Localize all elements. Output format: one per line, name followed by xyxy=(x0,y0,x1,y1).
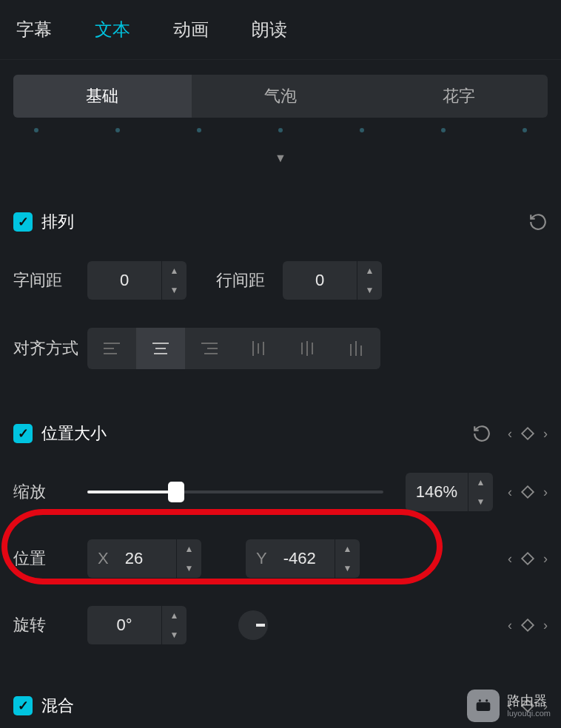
rotation-down-icon[interactable]: ▼ xyxy=(162,625,187,644)
section-position-size: ✓ 位置大小 ‹ › 缩放 146% ▲ ▼ xyxy=(0,422,561,644)
arrange-title: 排列 xyxy=(41,211,74,233)
tab-animation[interactable]: 动画 xyxy=(173,18,209,41)
rotation-value[interactable]: 0° xyxy=(87,606,161,644)
tab-read-aloud[interactable]: 朗读 xyxy=(252,18,287,41)
scale-keyframe-icon[interactable] xyxy=(520,484,536,500)
align-left-button[interactable] xyxy=(87,328,136,369)
align-vertical-center-button[interactable] xyxy=(283,328,332,369)
position-size-prev-keyframe-icon[interactable]: ‹ xyxy=(508,426,512,442)
line-spacing-label: 行间距 xyxy=(216,269,283,291)
scale-slider[interactable] xyxy=(87,491,383,493)
watermark-sub: luyouqi.com xyxy=(507,709,551,718)
position-y-prefix: Y xyxy=(256,549,267,568)
sub-tab-flower[interactable]: 花字 xyxy=(369,75,548,118)
sub-tab-basic[interactable]: 基础 xyxy=(13,75,192,118)
position-y-up-icon[interactable]: ▲ xyxy=(335,539,360,559)
position-next-keyframe-icon[interactable]: › xyxy=(543,551,548,567)
svg-point-24 xyxy=(479,699,481,701)
sub-tabs: 基础 气泡 花字 xyxy=(13,75,548,118)
position-x-up-icon[interactable]: ▲ xyxy=(177,539,201,559)
watermark-icon xyxy=(467,690,500,722)
scale-down-icon[interactable]: ▼ xyxy=(468,492,493,511)
letter-spacing-down-icon[interactable]: ▼ xyxy=(162,280,187,300)
letter-spacing-value[interactable]: 0 xyxy=(87,261,161,300)
scale-slider-thumb[interactable] xyxy=(168,482,184,502)
line-spacing-input[interactable]: 0 ▲ ▼ xyxy=(283,261,382,300)
align-vertical-right-button[interactable] xyxy=(332,328,380,369)
blend-checkbox[interactable]: ✓ xyxy=(13,696,33,715)
svg-rect-20 xyxy=(522,553,534,564)
letter-spacing-label: 字间距 xyxy=(13,269,87,291)
rotation-input[interactable]: 0° ▲ ▼ xyxy=(87,606,187,644)
align-center-button[interactable] xyxy=(136,328,185,369)
position-size-reset-icon[interactable] xyxy=(472,424,491,443)
scale-input[interactable]: 146% ▲ ▼ xyxy=(406,473,493,511)
tab-subtitle[interactable]: 字幕 xyxy=(16,18,52,41)
position-size-checkbox[interactable]: ✓ xyxy=(13,424,33,443)
position-x-input[interactable]: X 26 ▲ ▼ xyxy=(87,539,201,578)
arrange-checkbox[interactable]: ✓ xyxy=(13,212,33,232)
sub-tab-bubble[interactable]: 气泡 xyxy=(192,75,370,118)
svg-point-27 xyxy=(485,706,487,708)
rotation-dial[interactable] xyxy=(238,610,268,640)
watermark: 路由器 luyouqi.com xyxy=(467,690,551,722)
position-keyframe-icon[interactable] xyxy=(520,550,536,567)
main-tabs: 字幕 文本 动画 朗读 xyxy=(0,0,561,60)
align-right-button[interactable] xyxy=(185,328,234,369)
collapse-toggle-icon[interactable]: ▼ xyxy=(0,152,561,165)
align-vertical-left-button[interactable] xyxy=(234,328,283,369)
align-group xyxy=(87,328,380,369)
position-x-prefix: X xyxy=(98,549,109,568)
line-spacing-value[interactable]: 0 xyxy=(283,261,357,300)
position-label: 位置 xyxy=(13,547,87,570)
scale-up-icon[interactable]: ▲ xyxy=(468,473,493,492)
scale-label: 缩放 xyxy=(13,481,87,503)
rotation-up-icon[interactable]: ▲ xyxy=(162,606,187,625)
position-y-down-icon[interactable]: ▼ xyxy=(335,559,360,578)
position-size-keyframe-icon[interactable] xyxy=(520,425,536,442)
letter-spacing-up-icon[interactable]: ▲ xyxy=(162,261,187,280)
svg-rect-23 xyxy=(477,702,491,711)
scale-prev-keyframe-icon[interactable]: ‹ xyxy=(508,485,512,500)
svg-point-25 xyxy=(486,699,488,701)
position-size-next-keyframe-icon[interactable]: › xyxy=(543,426,548,442)
rotation-next-keyframe-icon[interactable]: › xyxy=(543,618,548,633)
line-spacing-up-icon[interactable]: ▲ xyxy=(357,261,382,280)
section-arrange: ✓ 排列 字间距 0 ▲ ▼ 行间距 0 ▲ ▼ xyxy=(0,211,561,369)
tab-text[interactable]: 文本 xyxy=(95,18,130,41)
svg-rect-19 xyxy=(522,486,534,498)
position-y-input[interactable]: Y -462 ▲ ▼ xyxy=(246,539,360,578)
svg-rect-18 xyxy=(522,428,534,439)
line-spacing-down-icon[interactable]: ▼ xyxy=(357,280,382,300)
svg-rect-21 xyxy=(522,619,534,631)
rotation-label: 旋转 xyxy=(13,614,87,636)
position-prev-keyframe-icon[interactable]: ‹ xyxy=(508,551,512,567)
position-x-value[interactable]: 26 xyxy=(125,549,143,568)
rotation-keyframe-icon[interactable] xyxy=(520,617,536,633)
letter-spacing-input[interactable]: 0 ▲ ▼ xyxy=(87,261,187,300)
blend-title: 混合 xyxy=(41,695,74,717)
scale-value[interactable]: 146% xyxy=(406,473,468,511)
position-x-down-icon[interactable]: ▼ xyxy=(177,559,201,578)
align-label: 对齐方式 xyxy=(13,337,87,360)
rotation-prev-keyframe-icon[interactable]: ‹ xyxy=(508,618,512,633)
svg-point-26 xyxy=(480,706,482,708)
position-y-value[interactable]: -462 xyxy=(283,549,316,568)
position-size-title: 位置大小 xyxy=(41,422,107,445)
preset-dots xyxy=(13,128,548,150)
arrange-reset-icon[interactable] xyxy=(528,212,548,232)
scale-next-keyframe-icon[interactable]: › xyxy=(543,485,548,500)
watermark-title: 路由器 xyxy=(507,694,551,709)
